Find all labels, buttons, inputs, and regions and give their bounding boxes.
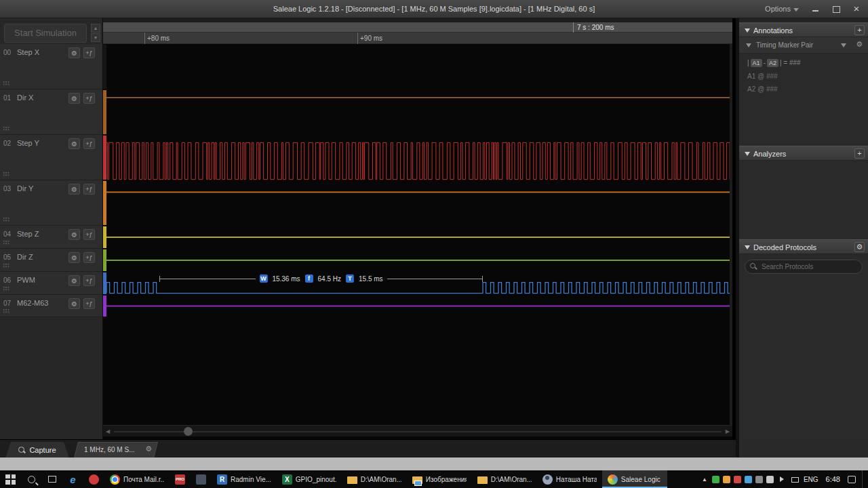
- scrollbar-thumb[interactable]: [184, 427, 193, 436]
- tray-app-icon-5[interactable]: [755, 476, 763, 483]
- timeline-ruler-absolute[interactable]: 7 s : 200 ms: [103, 22, 732, 33]
- options-menu[interactable]: Options: [765, 5, 799, 13]
- waveform-area[interactable]: 7 s : 200 ms +80 ms+90 ms W15.36 msf64.5…: [103, 18, 732, 439]
- channel-drag-handle[interactable]: [3, 126, 9, 131]
- add-analyzer-button[interactable]: +: [854, 148, 865, 159]
- collapse-triangle-icon[interactable]: [745, 245, 750, 249]
- channel-drag-handle[interactable]: [3, 217, 9, 222]
- channel-row-dir-x[interactable]: 01Dir X⚙+ƒ: [0, 89, 102, 135]
- channel-trigger-icon[interactable]: +ƒ: [83, 138, 95, 149]
- decoded-settings-gear-icon[interactable]: ⚙: [854, 242, 865, 252]
- scroll-left-icon[interactable]: ◀: [106, 428, 110, 434]
- taskbar-app-dark[interactable]: [191, 470, 212, 488]
- channel-settings-gear-icon[interactable]: ⚙: [68, 229, 80, 240]
- channel-trigger-icon[interactable]: +ƒ: [83, 252, 95, 263]
- vertical-scrollbar[interactable]: [730, 44, 732, 425]
- channel-drag-handle[interactable]: [3, 308, 9, 314]
- taskbar-folder-1[interactable]: D:\AM\Oran...: [342, 470, 407, 488]
- channel-trigger-icon[interactable]: +ƒ: [83, 229, 95, 240]
- capture-tab[interactable]: Capture: [5, 442, 69, 458]
- tray-app-icon-4[interactable]: [745, 476, 752, 483]
- scroll-right-icon[interactable]: ▶: [726, 428, 730, 434]
- tray-expand-icon[interactable]: ▲: [702, 476, 707, 483]
- channel-row-pwm[interactable]: 06PWM⚙+ƒ: [0, 272, 102, 295]
- timing-marker-pair-row[interactable]: Timing Marker Pair ⚙: [739, 37, 868, 54]
- tray-app-icon-6[interactable]: [766, 476, 774, 483]
- channel-row-dir-y[interactable]: 03Dir Y⚙+ƒ: [0, 180, 102, 226]
- marker-dropdown-icon[interactable]: [841, 43, 846, 47]
- channel-row-step-x[interactable]: 00Step X⚙+ƒ: [0, 44, 102, 89]
- horizontal-scrollbar[interactable]: ◀ ▶: [103, 425, 732, 436]
- channel-settings-gear-icon[interactable]: ⚙: [68, 93, 80, 104]
- session-settings-gear-icon[interactable]: ⚙: [145, 445, 152, 453]
- session-tab[interactable]: 1 MHz, 60 M S... ⚙: [76, 442, 156, 458]
- minimize-button[interactable]: [811, 4, 821, 14]
- tray-app-icon-2[interactable]: [723, 476, 730, 483]
- channel-settings-gear-icon[interactable]: ⚙: [68, 298, 80, 309]
- language-indicator[interactable]: ENG: [804, 476, 818, 483]
- taskbar-app-pro[interactable]: PRO: [170, 470, 191, 488]
- sidebar-scroll-down[interactable]: ▼: [91, 33, 100, 42]
- tray-app-icon-1[interactable]: [712, 476, 719, 483]
- volume-icon[interactable]: [780, 476, 787, 482]
- taskbar-start[interactable]: [0, 470, 21, 488]
- notifications-icon[interactable]: [848, 476, 856, 483]
- marker-a1-chip: A1: [751, 59, 762, 67]
- channel-drag-handle[interactable]: [3, 286, 9, 291]
- taskbar-edge[interactable]: e: [62, 470, 83, 488]
- taskbar-saleae[interactable]: Saleae Logic ...: [602, 470, 667, 488]
- taskbar-item-label: Изображения: [426, 476, 467, 483]
- channel-drag-handle[interactable]: [3, 240, 9, 245]
- channel-row-m62-m63[interactable]: 07M62-M63⚙+ƒ: [0, 295, 102, 317]
- formula-mid: -: [764, 59, 766, 66]
- clock[interactable]: 6:48: [823, 475, 843, 483]
- channel-drag-handle[interactable]: [3, 81, 9, 86]
- channel-settings-gear-icon[interactable]: ⚙: [68, 275, 80, 286]
- options-label: Options: [765, 5, 791, 13]
- collapse-triangle-icon[interactable]: [745, 28, 750, 33]
- taskbar-search[interactable]: [21, 470, 42, 488]
- taskbar-task-view[interactable]: [42, 470, 62, 488]
- show-desktop-button[interactable]: [862, 470, 864, 488]
- tray-app-icon-3[interactable]: [734, 476, 741, 483]
- taskbar-app-red[interactable]: [83, 470, 104, 488]
- annotations-header[interactable]: Annotations +: [739, 22, 868, 37]
- taskbar-excel-gpio[interactable]: XGPIO_pinout...: [277, 470, 342, 488]
- channel-settings-gear-icon[interactable]: ⚙: [68, 184, 80, 195]
- maximize-button[interactable]: [831, 4, 841, 14]
- channel-trigger-icon[interactable]: +ƒ: [83, 47, 95, 58]
- channel-row-dir-z[interactable]: 05Dir Z⚙+ƒ: [0, 249, 102, 272]
- channel-trigger-icon[interactable]: +ƒ: [83, 184, 95, 195]
- taskbar-folder-2[interactable]: D:\AM\Oran...: [472, 470, 537, 488]
- search-protocols-input[interactable]: [745, 260, 863, 274]
- timeline-ruler-relative[interactable]: +80 ms+90 ms: [103, 33, 732, 44]
- sidebar-scroll-up[interactable]: ▲: [91, 24, 100, 33]
- analyzers-header[interactable]: Analyzers +: [739, 146, 868, 161]
- close-button[interactable]: ×: [852, 4, 861, 14]
- marker-settings-gear-icon[interactable]: ⚙: [856, 40, 863, 49]
- channel-settings-gear-icon[interactable]: ⚙: [68, 47, 80, 58]
- channel-name: Step Z: [17, 230, 39, 238]
- taskbar-mail[interactable]: Почта Mail.r...: [104, 470, 170, 488]
- marker-triangle-icon[interactable]: [746, 43, 751, 47]
- channel-drag-handle[interactable]: [3, 263, 9, 268]
- channel-name: Dir Y: [17, 184, 33, 192]
- channel-drag-handle[interactable]: [3, 171, 9, 177]
- decoded-protocols-header[interactable]: Decoded Protocols ⚙: [739, 239, 868, 254]
- taskbar-item-label: D:\AM\Oran...: [361, 476, 401, 483]
- channel-row-step-y[interactable]: 02Step Y⚙+ƒ: [0, 135, 102, 180]
- channel-settings-gear-icon[interactable]: ⚙: [68, 252, 80, 263]
- start-simulation-button[interactable]: Start Simulation: [4, 24, 87, 43]
- channel-trigger-icon[interactable]: +ƒ: [83, 93, 95, 104]
- taskbar-radmin[interactable]: RRadmin Vie...: [212, 470, 277, 488]
- channel-trigger-icon[interactable]: +ƒ: [83, 298, 95, 309]
- taskbar-pictures[interactable]: Изображения: [407, 470, 472, 488]
- add-annotation-button[interactable]: +: [854, 25, 865, 35]
- network-icon[interactable]: [791, 477, 799, 483]
- measure-value: 15.5 ms: [359, 275, 383, 283]
- taskbar-contact[interactable]: Наташа Ната...: [537, 470, 602, 488]
- collapse-triangle-icon[interactable]: [745, 152, 750, 156]
- channel-settings-gear-icon[interactable]: ⚙: [68, 138, 80, 149]
- channel-trigger-icon[interactable]: +ƒ: [83, 275, 95, 286]
- channel-row-step-z[interactable]: 04Step Z⚙+ƒ: [0, 226, 102, 249]
